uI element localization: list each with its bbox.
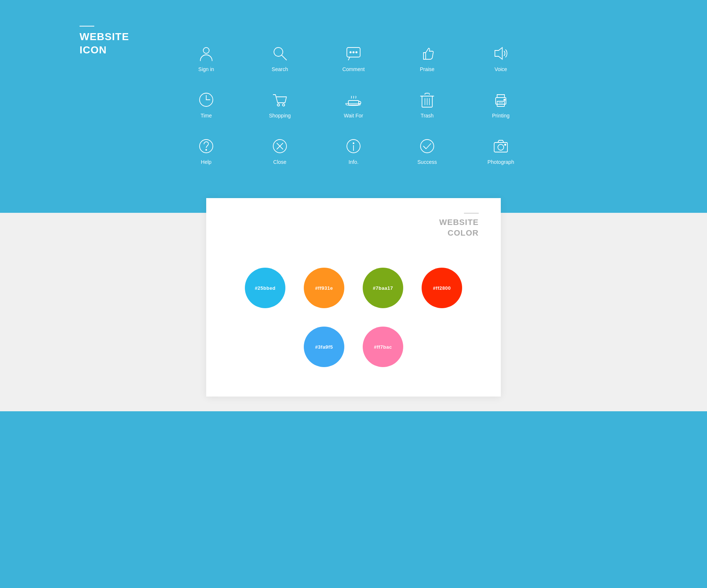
website-icon-title: WEBSITE ICON [80,26,129,57]
bottom-section [0,411,707,485]
help-icon [197,137,215,155]
sign-in-icon [197,44,215,63]
shopping-label: Shopping [269,113,291,119]
close-icon [271,137,289,155]
wait-for-icon [344,91,363,109]
icon-info: Info. [339,137,368,165]
icon-success: Success [412,137,442,165]
sign-in-label: Sign in [198,66,214,72]
success-icon [418,137,436,155]
printing-label: Printing [492,113,509,119]
icon-photograph: Photograph [486,137,516,165]
comment-label: Comment [342,66,365,72]
color-circle-pink-label: #ff7bac [374,344,392,350]
trash-label: Trash [421,113,433,119]
icon-section-title: WEBSITE ICON [80,30,129,57]
comment-icon [344,44,363,63]
svg-rect-20 [497,101,504,106]
svg-point-12 [282,104,285,106]
icon-comment: Comment [339,44,368,72]
color-circles-container: #25bbed #ff931e #7baa17 #ff2800 #3fa9f5 … [228,268,479,367]
search-icon [271,44,289,63]
wait-for-label: Wait For [344,113,363,119]
praise-label: Praise [420,66,435,72]
time-label: Time [201,113,212,119]
color-circle-blue-label: #25bbed [255,285,275,291]
svg-point-4 [350,52,351,53]
icon-shopping: Shopping [265,91,295,119]
icon-wait-for: Wait For [339,91,368,119]
color-circle-lightblue: #3fa9f5 [304,327,344,367]
svg-point-11 [277,104,279,106]
icon-sign-in: Sign in [191,44,221,72]
website-color-title: WEBSITE COLOR [228,213,479,238]
title-line-decoration [80,26,94,27]
color-circle-red-label: #ff2800 [433,285,451,291]
icon-trash: Trash [412,91,442,119]
icons-row-3: Help Close [191,137,516,165]
icon-praise: Praise [412,44,442,72]
info-label: Info. [348,159,358,165]
svg-point-35 [504,144,506,145]
icon-search: Search [265,44,295,72]
info-icon [344,137,363,155]
svg-point-34 [498,144,504,150]
photograph-icon [492,137,510,155]
top-section: WEBSITE ICON Sign in [0,0,707,213]
color-title-line-decoration [464,213,479,214]
color-circle-orange: #ff931e [304,268,344,308]
svg-point-25 [206,149,207,151]
white-card: WEBSITE COLOR #25bbed #ff931e #7baa17 #f… [206,198,501,397]
time-icon [197,91,215,109]
svg-point-0 [203,47,209,53]
photograph-label: Photograph [488,159,514,165]
close-label: Close [273,159,286,165]
icon-close: Close [265,137,295,165]
middle-section: WEBSITE COLOR #25bbed #ff931e #7baa17 #f… [0,213,707,411]
svg-line-2 [282,55,286,60]
icon-printing: Printing [486,91,516,119]
trash-icon [418,91,436,109]
color-section-title: WEBSITE COLOR [228,217,479,238]
svg-marker-7 [495,47,502,59]
color-circle-orange-label: #ff931e [315,285,333,291]
icon-voice: Voice [486,44,516,72]
color-circle-pink: #ff7bac [363,327,403,367]
color-circle-green-label: #7baa17 [373,285,393,291]
svg-point-32 [421,140,434,153]
help-label: Help [201,159,212,165]
voice-icon [492,44,510,63]
search-label: Search [272,66,288,72]
printing-icon [492,91,510,109]
svg-point-5 [353,52,354,53]
shopping-icon [271,91,289,109]
icon-time: Time [191,91,221,119]
voice-label: Voice [495,66,507,72]
icons-row-2: Time Shopping [191,91,516,119]
svg-rect-13 [348,101,359,105]
praise-icon [418,44,436,63]
icon-help: Help [191,137,221,165]
color-circle-blue: #25bbed [245,268,285,308]
success-label: Success [418,159,437,165]
color-circle-red: #ff2800 [422,268,462,308]
svg-point-6 [356,52,357,53]
color-circle-lightblue-label: #3fa9f5 [315,344,333,350]
svg-point-30 [353,143,354,144]
color-circle-green: #7baa17 [363,268,403,308]
svg-point-21 [504,99,505,101]
icons-row-1: Sign in Search [191,44,516,72]
